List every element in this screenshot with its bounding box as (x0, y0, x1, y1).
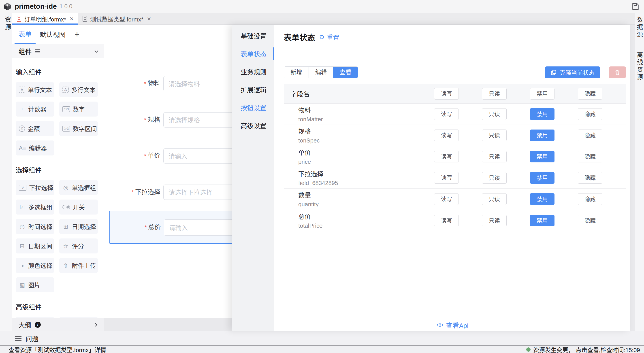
state-readonly-button[interactable]: 只读 (482, 151, 506, 162)
view-tab-form[interactable]: 表单 (14, 24, 36, 44)
spec-select-input[interactable]: 请选择规格 (163, 112, 232, 128)
chevron-down-icon[interactable] (94, 48, 99, 54)
tab-test-datatype[interactable]: 测试数据类型.formx* × (78, 13, 156, 24)
state-readonly-button[interactable]: 只读 (482, 215, 506, 226)
mode-view-button[interactable]: 查看 (333, 67, 358, 78)
form-field-total-price-selected[interactable]: *总价 请输入 (110, 211, 232, 244)
outline-label: 大纲 (18, 320, 31, 329)
status-bar: 查看资源「测试数据类型.formx」详情 资源发生变更， 点击查看,检查时间:1… (0, 346, 644, 353)
menu-item-button-settings[interactable]: 按钮设置 (232, 98, 274, 116)
total-price-input[interactable]: 请输入 (164, 220, 232, 236)
component-color-picker[interactable]: ◑ 颜色选择 (16, 258, 54, 273)
component-switch[interactable]: 开关 (59, 200, 98, 214)
component-radio-group[interactable]: ◎ 单选框组 (59, 180, 98, 195)
state-disabled-button[interactable]: 禁用 (530, 88, 554, 100)
state-readwrite-button[interactable]: 读写 (434, 193, 459, 205)
component-panel-header[interactable]: 组件 (12, 44, 104, 58)
component-multi-line-text[interactable]: A 多行文本 (59, 82, 98, 97)
single-line-text-icon: A (19, 86, 25, 93)
divider (284, 48, 626, 48)
file-icon (82, 16, 87, 22)
state-readonly-button[interactable]: 只读 (482, 130, 506, 141)
delete-state-button[interactable] (609, 66, 626, 78)
component-date-picker[interactable]: ⊞ 日期选择 (59, 219, 98, 234)
state-disabled-button-active[interactable]: 禁用 (530, 215, 554, 226)
view-tab-default-view[interactable]: 默认视图 (36, 24, 70, 44)
state-disabled-button-active[interactable]: 禁用 (530, 151, 554, 162)
table-row-dropdown: 下拉选择 field_68342895 读写 只读 禁用 隐藏 (284, 167, 626, 188)
state-hidden-button[interactable]: 隐藏 (578, 151, 602, 162)
reset-link[interactable]: 重置 (319, 33, 339, 42)
state-readwrite-button[interactable]: 读写 (434, 172, 459, 184)
state-readonly-button[interactable]: 只读 (482, 193, 506, 205)
component-counter[interactable]: ± 计数器 (16, 102, 54, 116)
state-readwrite-button[interactable]: 读写 (434, 151, 459, 162)
state-readwrite-button[interactable]: 读写 (434, 130, 459, 141)
copy-icon (551, 70, 556, 76)
state-disabled-button-active[interactable]: 禁用 (530, 108, 554, 120)
problems-bar[interactable]: 问题 (0, 331, 644, 346)
menu-item-extension-logic[interactable]: 扩展逻辑 (232, 80, 274, 98)
state-hidden-button[interactable]: 隐藏 (578, 88, 602, 100)
add-view-button[interactable]: + (70, 24, 84, 44)
state-readwrite-button[interactable]: 读写 (434, 108, 459, 120)
state-readonly-button[interactable]: 只读 (482, 88, 506, 100)
dropdown-select-input[interactable]: 请选择下拉选择 (163, 184, 232, 200)
state-hidden-button[interactable]: 隐藏 (578, 130, 602, 141)
component-date-range[interactable]: ⊟ 日期区间 (16, 238, 54, 254)
component-single-line-text[interactable]: A 单行文本 (16, 82, 54, 97)
status-resource-detail[interactable]: 查看资源「测试数据类型.formx」详情 (8, 346, 106, 353)
state-hidden-button[interactable]: 隐藏 (578, 172, 602, 184)
date-picker-icon: ⊞ (62, 224, 69, 230)
component-number[interactable]: 123 数字 (59, 102, 98, 116)
state-hidden-button[interactable]: 隐藏 (578, 108, 602, 120)
component-editor[interactable]: A≡ 编辑器 (16, 140, 54, 156)
field-label: *下拉选择 (104, 184, 160, 200)
component-image[interactable]: ▧ 图片 (16, 278, 54, 292)
component-time-picker[interactable]: ◷ 时间选择 (16, 219, 54, 234)
state-disabled-button-active[interactable]: 禁用 (530, 193, 554, 205)
component-currency[interactable]: ¥ 金额 (16, 121, 54, 136)
component-dropdown[interactable]: ˅ 下拉选择 (16, 180, 54, 195)
tab-order-detail[interactable]: 订单明细.formx* × (12, 13, 78, 24)
mode-segmented-control: 新增 编辑 查看 (284, 66, 358, 78)
price-input[interactable]: 请输入 (163, 148, 232, 164)
state-disabled-button-active[interactable]: 禁用 (530, 172, 554, 184)
component-label: 下拉选择 (29, 183, 53, 192)
component-rating[interactable]: ☆ 评分 (59, 238, 98, 254)
chevron-right-icon[interactable] (93, 322, 98, 328)
component-checkbox-group[interactable]: ☑ 多选框组 (16, 200, 54, 214)
menu-item-business-rules[interactable]: 业务规则 (232, 63, 274, 80)
status-resource-changed[interactable]: 资源发生变更， 点击查看,检查时间:15:09 (526, 346, 640, 353)
component-upload[interactable]: ⇧ 附件上传 (59, 258, 98, 273)
material-select-input[interactable]: 请选择物料 (163, 76, 232, 91)
state-readonly-button[interactable]: 只读 (482, 108, 506, 120)
mode-edit-button[interactable]: 编辑 (308, 67, 333, 78)
sidebar-tab-offline-resources[interactable]: 离线资源 (635, 48, 644, 97)
close-icon[interactable]: × (70, 15, 74, 22)
state-hidden-button[interactable]: 隐藏 (578, 215, 602, 226)
menu-item-basic-settings[interactable]: 基础设置 (232, 27, 274, 45)
outline-bar[interactable]: 大纲 i (12, 318, 104, 331)
multi-line-text-icon: A (62, 86, 69, 93)
list-icon (35, 50, 40, 53)
state-readwrite-button[interactable]: 读写 (434, 88, 459, 100)
menu-item-form-state[interactable]: 表单状态 (232, 45, 274, 63)
clone-current-state-button[interactable]: 克隆当前状态 (545, 66, 600, 78)
state-readwrite-button[interactable]: 读写 (434, 215, 459, 226)
view-api-link[interactable]: 查看Api (274, 320, 630, 330)
state-hidden-button[interactable]: 隐藏 (578, 193, 602, 205)
sidebar-tab-datasource[interactable]: 数据源 (635, 13, 644, 48)
column-header-field-name: 字段名 (284, 89, 434, 98)
state-disabled-button-active[interactable]: 禁用 (530, 130, 554, 141)
field-label: *单价 (104, 148, 160, 164)
menu-item-advanced-settings[interactable]: 高级设置 (232, 116, 274, 134)
component-number-range[interactable]: 1~3 数字区间 (59, 121, 98, 136)
state-readonly-button[interactable]: 只读 (482, 172, 506, 184)
mode-add-button[interactable]: 新增 (284, 67, 308, 78)
table-header-row: 字段名 读写 只读 禁用 隐藏 (284, 84, 626, 104)
save-icon[interactable] (631, 2, 640, 11)
table-row-spec: 规格 tonSpec 读写 只读 禁用 隐藏 (284, 125, 626, 146)
close-icon[interactable]: × (147, 15, 151, 22)
sidebar-tab-resources[interactable]: 资源 (3, 16, 12, 31)
